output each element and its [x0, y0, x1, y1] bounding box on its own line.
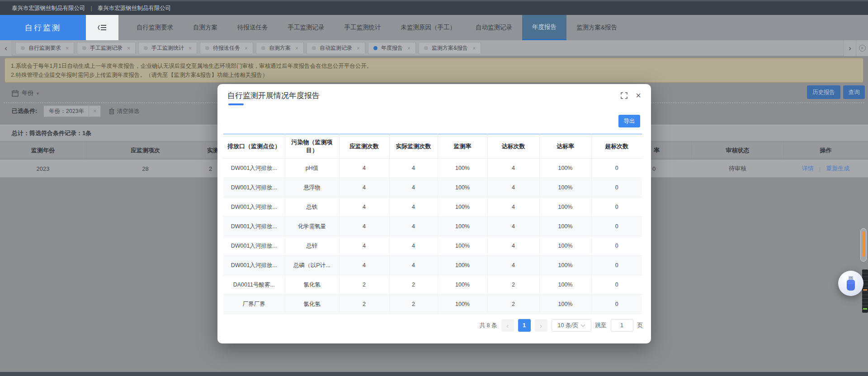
tab-close-icon[interactable]: × — [189, 45, 192, 52]
collapse-menu-icon — [98, 24, 107, 31]
tab-close-icon[interactable]: × — [472, 45, 476, 52]
modal-table-cell: 总磷（以P计... — [285, 256, 339, 275]
tab-item[interactable]: 自测方案× — [256, 42, 304, 54]
usb-device-floating-button[interactable] — [838, 271, 863, 296]
modal-table-cell: 2 — [339, 295, 389, 314]
nav-item[interactable]: 自行监测要求 — [127, 15, 183, 40]
fullscreen-button[interactable] — [621, 92, 627, 99]
modal-table-cell: 100% — [539, 217, 591, 236]
tab-status-dot-icon — [21, 46, 25, 50]
company-name-secondary: 泰兴市宏源钢丝制品有限公司 — [98, 5, 171, 12]
modal-table-cell: 100% — [438, 217, 487, 236]
modal-table-row: 厂界厂界氯化氢22100%2100%0 — [223, 295, 642, 314]
modal-table-cell: 化学需氧量 — [285, 217, 339, 236]
modal-table-cell: 悬浮物 — [285, 178, 339, 197]
modal-table-row: DW001入河排放...总磷（以P计...44100%4100%0 — [223, 256, 642, 275]
modal-table-cell: 4 — [389, 256, 438, 275]
tab-label: 自测方案 — [269, 44, 291, 52]
modal-table-cell: 100% — [438, 295, 487, 314]
tab-close-icon[interactable]: × — [407, 45, 410, 52]
tab-item[interactable]: 待报送任务× — [200, 42, 253, 54]
nav-item[interactable]: 未监测原因（手工） — [391, 15, 466, 40]
modal-table-cell: 100% — [438, 197, 487, 217]
tab-list: 自行监测要求×手工监测记录×手工监测统计×待报送任务×自测方案×自动监测记录×年… — [15, 42, 481, 54]
modal-table-row: DA0011号酸雾...氯化氢22100%2100%0 — [223, 275, 642, 295]
year-filter-dropdown[interactable]: 年份 ▾ — [12, 89, 39, 97]
tab-item[interactable]: 监测方案&报告× — [419, 42, 481, 54]
year-filter-label: 年份 — [22, 89, 33, 97]
annual-report-modal: 自行监测开展情况年度报告 × 导出 排放口（监测点位）污染物（监测项目）应监测次… — [217, 84, 651, 343]
modal-table-cell: 2 — [389, 295, 438, 314]
tab-close-icon[interactable]: × — [295, 45, 298, 52]
nav-item[interactable]: 年度报告 — [522, 15, 566, 40]
tab-item[interactable]: 年度报告× — [368, 42, 416, 54]
tabs-scroll-right-button[interactable]: › — [844, 40, 856, 56]
nav-item[interactable]: 自动监测记录 — [466, 15, 522, 40]
clear-filters-button[interactable]: 清空筛选 — [109, 108, 139, 115]
selected-conditions-row: 已选条件: 年份：2023年 × 清空筛选 — [12, 105, 139, 117]
nav-item[interactable]: 自测方案 — [183, 15, 227, 40]
modal-table-cell: 100% — [539, 178, 591, 197]
regenerate-link[interactable]: 重新生成 — [826, 164, 849, 173]
page-size-select[interactable]: 10 条/页 — [552, 319, 591, 332]
tab-item[interactable]: 手工监测记录× — [77, 42, 136, 54]
modal-table-cell: 4 — [339, 256, 389, 275]
modal-table-cell: 0 — [591, 256, 642, 275]
year-filter-tag: 年份：2023年 × — [43, 105, 101, 117]
jump-to-page-input[interactable] — [611, 319, 633, 332]
tab-close-icon[interactable]: × — [127, 45, 130, 52]
tab-item[interactable]: 自动监测记录× — [307, 42, 365, 54]
history-report-button[interactable]: 历史报告 — [807, 85, 840, 99]
tab-close-icon[interactable]: × — [66, 45, 69, 52]
notice-line-1: 1.系统会于每年1月1日自动生成上一年度年度报告，企业确认无误后提交至属地生态环… — [11, 61, 857, 70]
detail-link[interactable]: 详情 — [802, 164, 814, 173]
page-scrollbar-track[interactable] — [860, 228, 867, 262]
company-separator: | — [91, 5, 92, 11]
tab-label: 手工监测记录 — [90, 44, 123, 52]
title-accent-underline — [228, 103, 244, 105]
modal-table-cell: 氯化氢 — [285, 295, 339, 314]
modal-table-cell: 2 — [389, 275, 438, 295]
tab-close-icon[interactable]: × — [245, 45, 248, 52]
tabs-scroll-left-button[interactable]: ‹ — [0, 40, 12, 56]
page-size-value: 10 条/页 — [558, 322, 579, 329]
modal-table-cell: 4 — [487, 256, 539, 275]
tab-item[interactable]: 手工监测统计× — [138, 42, 197, 54]
modal-table-cell: 100% — [438, 159, 487, 178]
query-button[interactable]: 查询 — [843, 85, 865, 99]
modal-table-row: DW001入河排放...悬浮物44100%4100%0 — [223, 178, 642, 197]
bg-cell-actual: 2 — [209, 160, 218, 178]
modal-table-cell: 4 — [389, 178, 438, 197]
modal-table-header-row: 排放口（监测点位）污染物（监测项目）应监测次数实际监测次数监测率达标次数达标率超… — [223, 134, 642, 159]
current-page-button[interactable]: 1 — [518, 319, 531, 332]
tab-item[interactable]: 自行监测要求× — [15, 42, 74, 54]
modal-close-button[interactable]: × — [636, 91, 641, 100]
usb-drive-icon — [845, 276, 857, 291]
tab-status-dot-icon — [261, 46, 265, 50]
modal-header: 自行监测开展情况年度报告 × — [217, 84, 651, 107]
modal-table-cell: 100% — [438, 236, 487, 256]
sidebar-collapse-button[interactable] — [86, 15, 118, 40]
tab-close-icon[interactable]: × — [357, 45, 360, 52]
export-button[interactable]: 导出 — [618, 115, 640, 127]
modal-table-cell: 4 — [389, 197, 438, 217]
modal-table-cell: 100% — [438, 275, 487, 295]
bg-header-status: 审核状态 — [692, 141, 783, 160]
modal-table-cell: 4 — [389, 217, 438, 236]
ruler-green-tick — [863, 308, 867, 310]
prev-page-button[interactable]: ‹ — [501, 319, 514, 332]
app-title-button[interactable]: 自行监测 — [0, 15, 86, 40]
modal-table-cell: 氯化氢 — [285, 275, 339, 295]
nav-item[interactable]: 手工监测统计 — [335, 15, 391, 40]
tab-status-dot-icon — [424, 46, 428, 50]
remove-tag-icon[interactable]: × — [89, 106, 100, 117]
page-scrollbar-thumb[interactable] — [862, 231, 865, 257]
nav-item[interactable]: 待报送任务 — [227, 15, 278, 40]
bg-cell-rate: 0 — [652, 160, 661, 178]
tab-label: 手工监测统计 — [151, 44, 184, 52]
nav-item[interactable]: 监测方案&报告 — [566, 15, 627, 40]
modal-table-cell: 0 — [591, 236, 642, 256]
next-page-button[interactable]: › — [535, 319, 547, 332]
tabs-close-all-button[interactable]: × — [856, 40, 868, 56]
nav-item[interactable]: 手工监测记录 — [278, 15, 335, 40]
